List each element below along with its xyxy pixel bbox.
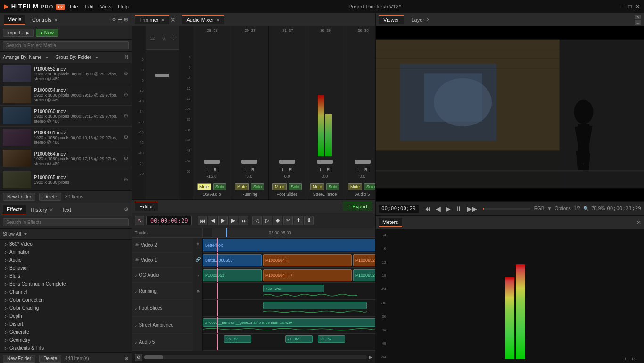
set-out-button[interactable]: ▷: [263, 216, 272, 225]
media-gear-1[interactable]: ⚙: [124, 91, 129, 98]
clip-audio5-1[interactable]: 21...av: [285, 335, 313, 343]
foot-slides-solo-button[interactable]: Solo: [289, 183, 302, 190]
clip-running-0[interactable]: 430...wav: [263, 285, 324, 292]
viewer-next-frame[interactable]: ▶▶: [465, 204, 479, 214]
layer-tab-close-icon[interactable]: ✕: [426, 17, 430, 22]
category-generate[interactable]: ▷ Generate: [0, 328, 132, 336]
timeline-ruler[interactable]: 02;00;05;00 00;00;10;00 00;00;15;00 00;0…: [212, 228, 375, 237]
viewer-go-start[interactable]: ⏮: [422, 204, 433, 214]
snap-button[interactable]: ◈: [194, 239, 202, 247]
category-behavior[interactable]: ▷ Behavior: [0, 264, 132, 272]
category-channel[interactable]: ▷ Channel: [0, 288, 132, 296]
import-button[interactable]: Import... ▶: [3, 29, 34, 37]
effects-new-folder-button[interactable]: New Folder: [3, 355, 35, 363]
viewer-progress-bar[interactable]: [483, 208, 530, 210]
group-chevron-icon[interactable]: [95, 57, 98, 58]
og-audio-mute-button[interactable]: Mute: [197, 183, 211, 190]
split-button[interactable]: ✂: [283, 216, 293, 225]
trimmer-close-icon[interactable]: ✕: [170, 16, 176, 24]
category-audio[interactable]: ▷ Audio: [0, 256, 132, 264]
tab-text[interactable]: Text: [58, 206, 75, 214]
arrange-chevron-icon[interactable]: [46, 57, 49, 58]
category-animation[interactable]: ▷ Animation: [0, 248, 132, 256]
ripple-button[interactable]: ⬇: [304, 216, 314, 225]
og-audio-solo-button[interactable]: Solo: [213, 183, 226, 190]
track-content-running[interactable]: 430...wav Po...av: [203, 283, 375, 299]
tab-media[interactable]: Media: [4, 15, 25, 25]
tab-audio-mixer[interactable]: Audio Mixer ✕: [182, 15, 224, 24]
controls-tab-close[interactable]: ✕: [54, 17, 58, 23]
ripple-edit-button[interactable]: ↔: [194, 272, 202, 279]
gear-icon[interactable]: ⚙: [112, 17, 116, 22]
media-item-1[interactable]: P1000654.mov 1920 x 1080 pixels 00;00;29…: [0, 84, 132, 106]
new-button[interactable]: ● New: [36, 29, 58, 37]
media-gear-3[interactable]: ⚙: [124, 134, 129, 140]
go-to-end-button[interactable]: ⏭: [239, 216, 248, 225]
list-view-icon[interactable]: ☰: [118, 17, 122, 22]
export-button[interactable]: ↑ Export: [343, 202, 372, 211]
clip-v1-2[interactable]: P1000652 ⇄: [353, 254, 375, 266]
menu-help[interactable]: Help: [118, 4, 129, 9]
clip-letterbox[interactable]: Letterbox: [203, 239, 375, 251]
visibility-icon-v2[interactable]: 👁: [135, 243, 139, 248]
next-frame-button[interactable]: ▶: [229, 216, 238, 225]
timeline-scrollbar[interactable]: [144, 355, 367, 359]
link-button[interactable]: 🔗: [194, 256, 202, 263]
trimmer-tab-close[interactable]: ✕: [161, 17, 165, 23]
timeline-settings-button[interactable]: ⚙: [135, 354, 142, 361]
menu-view[interactable]: View: [100, 4, 112, 9]
effects-settings-icon[interactable]: ⚙: [124, 356, 129, 361]
viewer-prev-frame[interactable]: ◀: [434, 204, 443, 214]
grid-view-icon[interactable]: ⊞: [124, 17, 128, 22]
category-gradients[interactable]: ▷ Gradients & Fills: [0, 344, 132, 352]
go-to-start-button[interactable]: ⏮: [198, 216, 207, 225]
clip-street-0[interactable]: 276676__ramston__gene...l-ambience-mumba…: [203, 318, 375, 327]
track-content-video1[interactable]: Bette...000650 P1000664 ⇄ P1000652 ⇄ ⇄ ⇄…: [203, 253, 375, 267]
audio-mixer-tab-close[interactable]: ✕: [216, 17, 220, 23]
effects-delete-button[interactable]: Delete: [39, 355, 61, 363]
viewer-tool2-icon[interactable]: ⊥: [635, 20, 641, 25]
delete-button[interactable]: Delete: [39, 193, 61, 201]
options-label[interactable]: Options: [554, 206, 570, 211]
clip-og-2[interactable]: P1000652 ⇄: [353, 269, 375, 281]
category-blurs[interactable]: ▷ Blurs: [0, 272, 132, 280]
set-in-button[interactable]: ◁: [252, 216, 262, 225]
tab-layer[interactable]: Layer ✕: [406, 16, 435, 24]
media-gear-0[interactable]: ⚙: [124, 70, 129, 77]
play-button[interactable]: ▶: [218, 216, 228, 225]
media-item-4[interactable]: P1000664.mov 1920 x 1080 pixels 00;00;17…: [0, 148, 132, 169]
media-item-0[interactable]: P1000652.mov 1920 x 1080 pixels 00;00;09…: [0, 63, 132, 84]
zoom-icon[interactable]: 🔍: [583, 206, 589, 211]
menu-edit[interactable]: Edit: [85, 4, 94, 9]
transform-tool-icon[interactable]: ↖: [635, 15, 641, 19]
viewer-play[interactable]: ▶: [444, 204, 453, 214]
close-button[interactable]: ✕: [636, 3, 640, 10]
sort-icon[interactable]: ⇅: [124, 54, 129, 60]
visibility-icon-v1[interactable]: 👁: [135, 258, 139, 263]
tab-viewer[interactable]: Viewer: [379, 15, 404, 24]
tab-editor[interactable]: Editor: [135, 202, 158, 211]
clip-audio5-0[interactable]: 26...sv: [224, 335, 251, 343]
tab-effects[interactable]: Effects: [3, 205, 26, 214]
meters-close-icon[interactable]: ✕: [636, 219, 641, 226]
viewer-options-icon[interactable]: ▼: [547, 206, 552, 211]
track-content-audio5[interactable]: 26...sv 21...av 21...av Slam_Deep_04.wav: [203, 334, 375, 350]
scrollbar-right-icon[interactable]: ▶: [369, 355, 372, 360]
zoom-button[interactable]: ⊕: [194, 288, 202, 295]
editor-timecode[interactable]: 00;00;00;29: [146, 216, 192, 225]
effects-gear-icon[interactable]: ⚙: [124, 206, 129, 213]
cursor-tool-button[interactable]: ↖: [135, 216, 144, 225]
menu-file[interactable]: File: [70, 4, 78, 9]
clip-v1-1[interactable]: P1000664 ⇄: [263, 254, 352, 266]
prev-frame-button[interactable]: ◀: [208, 216, 217, 225]
effects-search-input[interactable]: [3, 218, 129, 226]
clip-v1-0[interactable]: Bette...000650: [203, 254, 262, 266]
show-all-chevron[interactable]: [24, 233, 27, 235]
category-distort[interactable]: ▷ Distort: [0, 320, 132, 328]
add-marker-button[interactable]: ◆: [273, 216, 282, 225]
clip-og-1[interactable]: P1000664+ ⇄: [263, 269, 352, 281]
media-item-5[interactable]: P1000665.mov 1920 x 1080 pixels ⚙: [0, 169, 132, 190]
show-all-label[interactable]: Show All: [3, 231, 21, 237]
media-item-2[interactable]: P1000660.mov 1920 x 1080 pixels 00;00;07…: [0, 106, 132, 127]
category-360video[interactable]: ▷ 360° Video: [0, 240, 132, 248]
